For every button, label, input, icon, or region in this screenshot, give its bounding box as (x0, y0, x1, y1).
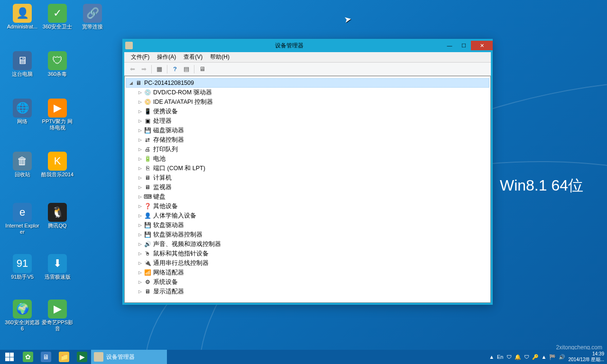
desktop-icon[interactable]: K酷我音乐2014 (40, 152, 75, 178)
desktop-icon[interactable]: ▶爱奇艺PPS影音 (40, 300, 75, 332)
expand-icon[interactable]: ▷ (137, 241, 143, 247)
taskbar-item-device-manager[interactable]: 设备管理器 (91, 350, 167, 364)
collapse-icon[interactable]: ◢ (128, 80, 134, 86)
desktop-icon[interactable]: ✓360安全卫士 (40, 4, 75, 30)
expand-icon[interactable]: ▷ (137, 156, 143, 162)
menu-item[interactable]: 帮助(H) (206, 53, 233, 61)
expand-icon[interactable]: ▷ (137, 99, 143, 105)
expand-icon[interactable]: ▷ (137, 213, 143, 218)
tree-category[interactable]: ▷🖥计算机 (126, 173, 489, 182)
maximize-button[interactable]: ☐ (457, 41, 471, 50)
tree-category[interactable]: ▷🖨打印队列 (126, 145, 489, 154)
tree-category[interactable]: ▷🔊声音、视频和游戏控制器 (126, 239, 489, 249)
category-icon: ⌨ (144, 193, 151, 200)
expand-icon[interactable]: ▷ (137, 137, 143, 143)
expand-icon[interactable]: ▷ (137, 184, 143, 190)
expand-icon[interactable]: ▷ (137, 232, 143, 237)
tree-category[interactable]: ▷🔋电池 (126, 154, 489, 164)
tree-category[interactable]: ▷📶网络适配器 (126, 268, 489, 277)
expand-icon[interactable]: ▷ (137, 222, 143, 228)
desktop-icon[interactable]: 🛡360杀毒 (40, 51, 75, 77)
tray-icon[interactable]: ▲ (542, 354, 547, 360)
desktop-icon[interactable]: ▶PPTV聚力 网络电视 (40, 99, 75, 131)
tray-icon[interactable]: 🛡 (506, 354, 512, 360)
tree-category[interactable]: ▷🖱鼠标和其他指针设备 (126, 249, 489, 258)
tree-category[interactable]: ▷📀IDE ATA/ATAPI 控制器 (126, 97, 489, 107)
tree-category[interactable]: ▷👤人体学输入设备 (126, 211, 489, 220)
expand-icon[interactable]: ▷ (137, 279, 143, 285)
menu-item[interactable]: 操作(A) (153, 53, 180, 61)
start-button[interactable] (0, 350, 19, 364)
tray-icon[interactable]: 🔊 (559, 354, 565, 360)
expand-icon[interactable]: ▷ (137, 90, 143, 95)
tree-category[interactable]: ▷💿DVD/CD-ROM 驱动器 (126, 88, 489, 97)
desktop-icon[interactable]: eInternet Explorer (5, 203, 40, 235)
tray-icon[interactable]: 🔑 (532, 354, 539, 360)
close-button[interactable]: ✕ (471, 41, 493, 50)
desktop-icon[interactable]: 🌐网络 (5, 99, 40, 125)
tree-category[interactable]: ▷💾磁盘驱动器 (126, 126, 489, 135)
category-icon: 👤 (144, 212, 151, 219)
tree-category[interactable]: ▷⎘端口 (COM 和 LPT) (126, 164, 489, 173)
node-label: 软盘驱动器 (153, 221, 184, 229)
app-icon: 🐧 (48, 203, 67, 222)
device-tree[interactable]: ◢🖥PC-201412081509▷💿DVD/CD-ROM 驱动器▷📀IDE A… (124, 76, 491, 303)
expand-icon[interactable]: ▷ (137, 109, 143, 114)
taskbar-pinned-app[interactable]: ▶ (73, 350, 91, 364)
desktop-icon[interactable]: 🐧腾讯QQ (40, 203, 75, 229)
category-icon: 🔌 (144, 259, 151, 267)
tree-category[interactable]: ▷💾软盘驱动器 (126, 220, 489, 230)
tree-root[interactable]: ◢🖥PC-201412081509 (126, 78, 489, 88)
menu-item[interactable]: 查看(V) (180, 53, 206, 61)
desktop-icon[interactable]: ⬇迅雷极速版 (40, 254, 75, 280)
help-icon[interactable]: ? (170, 64, 180, 74)
minimize-button[interactable]: — (442, 41, 457, 50)
desktop-icon[interactable]: 🗑回收站 (5, 152, 40, 178)
category-icon: 📶 (144, 269, 151, 276)
taskbar-pinned-app[interactable]: ✿ (19, 350, 37, 364)
tree-category[interactable]: ▷💾软盘驱动器控制器 (126, 230, 489, 239)
tree-category[interactable]: ▷🖥监视器 (126, 182, 489, 192)
tree-category[interactable]: ▷⚙系统设备 (126, 277, 489, 287)
tray-icon[interactable]: En (497, 354, 503, 360)
clock[interactable]: 14:392014/12/8 星期... (568, 351, 604, 363)
app-icon: ✿ (23, 352, 33, 362)
separator (194, 65, 194, 73)
expand-icon[interactable]: ▷ (137, 270, 143, 275)
desktop-icon[interactable]: 👤Administrat... (5, 4, 40, 30)
tree-category[interactable]: ▷⇄存储控制器 (126, 135, 489, 145)
show-hidden-icon[interactable]: ▦ (154, 64, 165, 74)
tray-icon[interactable]: 🔔 (515, 354, 521, 360)
expand-icon[interactable]: ▷ (137, 203, 143, 209)
desktop-icon[interactable]: 🔗宽带连接 (75, 4, 110, 30)
desktop-icon[interactable]: 🖥这台电脑 (5, 51, 40, 77)
tree-category[interactable]: ▷❓其他设备 (126, 201, 489, 211)
tree-category[interactable]: ▷🖥显示适配器 (126, 287, 489, 296)
desktop-icon[interactable]: 9191助手V5 (5, 254, 40, 280)
expand-icon[interactable]: ▷ (137, 260, 143, 266)
scan-hardware-icon[interactable]: 🖥 (197, 64, 207, 74)
expand-icon[interactable]: ▷ (137, 251, 143, 256)
expand-icon[interactable]: ▷ (137, 146, 143, 152)
computer-icon: 🖥 (135, 79, 142, 87)
expand-icon[interactable]: ▷ (137, 194, 143, 200)
titlebar[interactable]: 设备管理器 — ☐ ✕ (122, 39, 493, 52)
expand-icon[interactable]: ▷ (137, 289, 143, 294)
expand-icon[interactable]: ▷ (137, 127, 143, 133)
menu-item[interactable]: 文件(F) (127, 53, 153, 61)
taskbar-pinned-app[interactable]: 🖥 (37, 350, 55, 364)
tree-category[interactable]: ▷⌨键盘 (126, 192, 489, 201)
properties-icon[interactable]: ▤ (181, 64, 192, 74)
tree-category[interactable]: ▷📱便携设备 (126, 107, 489, 116)
desktop-icon[interactable]: 🌍360安全浏览器6 (5, 300, 40, 332)
tree-category[interactable]: ▷▣处理器 (126, 116, 489, 126)
expand-icon[interactable]: ▷ (137, 175, 143, 181)
expand-icon[interactable]: ▷ (137, 165, 143, 171)
tree-category[interactable]: ▷🔌通用串行总线控制器 (126, 258, 489, 268)
tray-icon[interactable]: 🏁 (549, 354, 556, 360)
tray-icon[interactable]: 🛡 (524, 354, 529, 360)
taskbar-pinned-app[interactable]: 📁 (55, 350, 73, 364)
expand-icon[interactable]: ▷ (137, 118, 143, 124)
icon-label: Internet Explorer (5, 223, 40, 235)
tray-icon[interactable]: ▲ (489, 354, 494, 360)
